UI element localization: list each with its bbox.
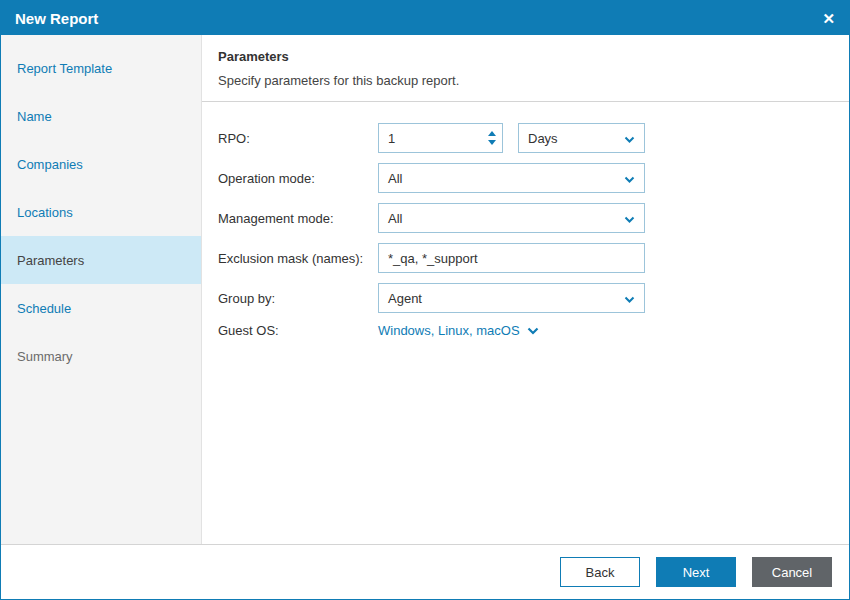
sidebar-item-schedule[interactable]: Schedule	[1, 284, 201, 332]
close-icon[interactable]: ✕	[822, 11, 835, 26]
sidebar-item-summary: Summary	[1, 332, 201, 380]
cancel-button[interactable]: Cancel	[752, 557, 832, 587]
management-mode-dropdown[interactable]: All	[378, 203, 645, 233]
exclusion-mask-row: Exclusion mask (names):	[218, 243, 833, 273]
rpo-unit-dropdown[interactable]: Days	[518, 123, 645, 153]
dialog-title: New Report	[15, 10, 98, 27]
operation-mode-row: Operation mode: All	[218, 163, 833, 193]
guest-os-label: Guest OS:	[218, 323, 378, 338]
management-mode-value: All	[388, 211, 402, 226]
dialog-body: Report Template Name Companies Locations…	[1, 35, 849, 544]
operation-mode-dropdown[interactable]: All	[378, 163, 645, 193]
sidebar-item-locations[interactable]: Locations	[1, 188, 201, 236]
sidebar-item-label: Locations	[17, 205, 73, 220]
chevron-down-icon	[624, 131, 635, 146]
exclusion-mask-input[interactable]	[378, 243, 645, 273]
sidebar-item-label: Name	[17, 109, 52, 124]
guest-os-value: Windows, Linux, macOS	[378, 323, 520, 338]
spinner-up-icon[interactable]	[488, 131, 496, 136]
content-pane: Parameters Specify parameters for this b…	[202, 35, 849, 544]
management-mode-label: Management mode:	[218, 211, 378, 226]
group-by-dropdown[interactable]: Agent	[378, 283, 645, 313]
sidebar-item-label: Parameters	[17, 253, 84, 268]
operation-mode-value: All	[388, 171, 402, 186]
sidebar-item-name[interactable]: Name	[1, 92, 201, 140]
rpo-row: RPO: Days	[218, 123, 833, 153]
chevron-down-icon	[624, 211, 635, 226]
group-by-label: Group by:	[218, 291, 378, 306]
chevron-down-icon	[624, 171, 635, 186]
sidebar-item-label: Summary	[17, 349, 73, 364]
sidebar-item-label: Companies	[17, 157, 83, 172]
rpo-spinner	[488, 123, 496, 153]
spinner-down-icon[interactable]	[488, 140, 496, 145]
sidebar-item-label: Schedule	[17, 301, 71, 316]
operation-mode-label: Operation mode:	[218, 171, 378, 186]
new-report-dialog: New Report ✕ Report Template Name Compan…	[0, 0, 850, 600]
sidebar-item-report-template[interactable]: Report Template	[1, 44, 201, 92]
rpo-unit-value: Days	[528, 131, 558, 146]
page-title: Parameters	[218, 49, 833, 64]
exclusion-mask-label: Exclusion mask (names):	[218, 251, 378, 266]
guest-os-selector[interactable]: Windows, Linux, macOS	[378, 323, 539, 338]
content-header: Parameters Specify parameters for this b…	[202, 35, 849, 101]
wizard-steps-sidebar: Report Template Name Companies Locations…	[1, 35, 202, 544]
sidebar-item-label: Report Template	[17, 61, 112, 76]
rpo-label: RPO:	[218, 131, 378, 146]
chevron-down-icon	[624, 291, 635, 306]
page-subtitle: Specify parameters for this backup repor…	[218, 73, 833, 88]
rpo-stepper	[378, 123, 503, 153]
sidebar-item-parameters[interactable]: Parameters	[1, 236, 201, 284]
group-by-row: Group by: Agent	[218, 283, 833, 313]
title-bar: New Report ✕	[1, 1, 849, 35]
guest-os-row: Guest OS: Windows, Linux, macOS	[218, 323, 833, 338]
group-by-value: Agent	[388, 291, 422, 306]
next-button[interactable]: Next	[656, 557, 736, 587]
management-mode-row: Management mode: All	[218, 203, 833, 233]
parameters-form: RPO: Days	[202, 102, 849, 348]
chevron-down-icon	[527, 323, 539, 338]
sidebar-item-companies[interactable]: Companies	[1, 140, 201, 188]
rpo-input[interactable]	[378, 123, 503, 153]
back-button[interactable]: Back	[560, 557, 640, 587]
dialog-footer: Back Next Cancel	[1, 544, 849, 599]
